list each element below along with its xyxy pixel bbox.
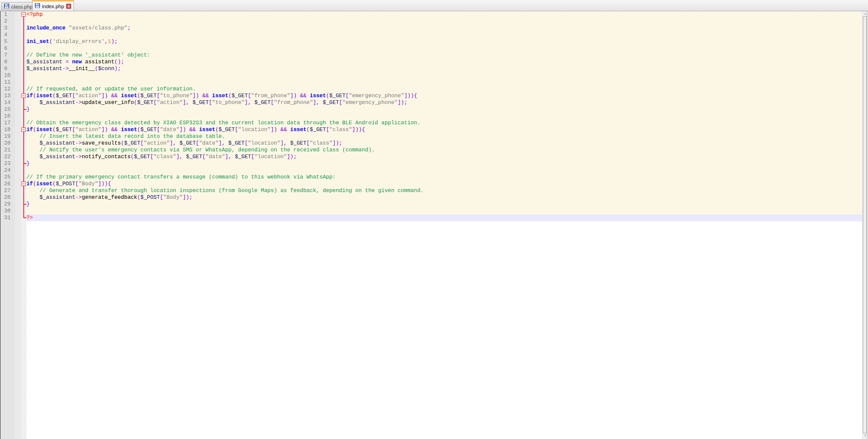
code-line[interactable]: // Obtain the emergency class detected b…: [26, 120, 862, 126]
fold-collapse-icon[interactable]: [21, 12, 26, 17]
code-line[interactable]: if(isset($_GET["action"]) && isset($_GET…: [26, 126, 862, 133]
code-line[interactable]: <?php: [26, 11, 862, 18]
code-line[interactable]: [26, 208, 862, 214]
line-number: 30: [1, 208, 15, 214]
code-line[interactable]: [26, 72, 862, 79]
fold-marker-mid: [21, 38, 26, 45]
fold-marker-mid: [21, 208, 26, 214]
saved-file-icon: [35, 3, 40, 9]
tab-label: index.php: [42, 3, 64, 9]
fold-marker-endmid: [21, 106, 26, 113]
code-line[interactable]: // Notify the user's emergency contacts …: [26, 147, 862, 153]
code-line[interactable]: [26, 79, 862, 86]
fold-marker-mid: [21, 133, 26, 140]
fold-collapse-icon[interactable]: [21, 93, 26, 98]
line-number-margin: 1234567891011121314151617181920212223242…: [1, 11, 15, 439]
fold-marker-mid: [21, 194, 26, 201]
line-number: 24: [1, 167, 15, 174]
code-line[interactable]: [26, 32, 862, 38]
line-number: 20: [1, 140, 15, 147]
vertical-scrollbar[interactable]: ▲ ▼: [862, 11, 868, 439]
line-number: 29: [1, 201, 15, 208]
code-line-current[interactable]: ?>: [26, 214, 862, 221]
fold-margin[interactable]: [21, 11, 26, 439]
line-number: 16: [1, 113, 15, 120]
code-line[interactable]: $_assistant = new assistant();: [26, 59, 862, 65]
code-line[interactable]: }: [26, 106, 862, 113]
code-line[interactable]: // If the primary emergency contact tran…: [26, 174, 862, 181]
fold-marker-mid: [21, 25, 26, 32]
fold-marker-open[interactable]: [21, 181, 26, 187]
code-line[interactable]: // Insert the latest data record into th…: [26, 133, 862, 140]
code-line[interactable]: // Define the new '_assistant' object:: [26, 52, 862, 59]
code-line[interactable]: $_assistant->__init__($conn);: [26, 65, 862, 72]
fold-collapse-icon[interactable]: [21, 127, 26, 132]
line-number: 12: [1, 86, 15, 92]
code-line[interactable]: $_assistant->notify_contacts($_GET["clas…: [26, 153, 862, 160]
code-line[interactable]: }: [26, 160, 862, 167]
code-line[interactable]: $_assistant->generate_feedback($_POST["B…: [26, 194, 862, 201]
code-line[interactable]: if(isset($_POST["Body"])){: [26, 181, 862, 187]
scroll-up-icon[interactable]: ▲: [863, 11, 868, 16]
fold-marker-mid: [21, 32, 26, 38]
fold-marker-mid: [21, 86, 26, 92]
code-line[interactable]: ini_set('display_errors',1);: [26, 38, 862, 45]
line-number: 1: [1, 11, 15, 18]
code-line[interactable]: }: [26, 201, 862, 208]
line-number: 14: [1, 99, 15, 106]
line-number: 5: [1, 38, 15, 45]
code-line[interactable]: // Generate and transfer thorough locati…: [26, 187, 862, 194]
line-number: 21: [1, 147, 15, 153]
tab-label: class.php: [11, 4, 33, 9]
fold-collapse-icon[interactable]: [21, 182, 26, 186]
close-tab-icon[interactable]: ×: [66, 4, 71, 9]
code-line[interactable]: [26, 45, 862, 52]
line-number: 18: [1, 126, 15, 133]
line-number: 19: [1, 133, 15, 140]
code-line[interactable]: $_assistant->save_results($_GET["action"…: [26, 140, 862, 147]
fold-marker-mid: [21, 140, 26, 147]
tab-index-php[interactable]: index.php ×: [32, 0, 74, 11]
fold-marker-mid: [21, 59, 26, 65]
fold-marker-mid: [21, 153, 26, 160]
line-number: 26: [1, 181, 15, 187]
notepad-editor-window: class.php × index.php × 1234567891011121…: [0, 0, 868, 439]
fold-marker-mid: [21, 52, 26, 59]
fold-marker-mid: [21, 113, 26, 120]
fold-marker-open[interactable]: [21, 126, 26, 133]
code-line[interactable]: [26, 18, 862, 25]
line-number: 28: [1, 194, 15, 201]
line-number: 17: [1, 120, 15, 126]
code-line[interactable]: if(isset($_GET["action"]) && isset($_GET…: [26, 92, 862, 99]
code-line[interactable]: // If requested, add or update the user …: [26, 86, 862, 92]
fold-marker-open[interactable]: [21, 92, 26, 99]
line-number: 10: [1, 72, 15, 79]
code-line[interactable]: $_assistant->update_user_info($_GET["act…: [26, 99, 862, 106]
fold-marker-mid: [21, 120, 26, 126]
fold-marker-mid: [21, 99, 26, 106]
tab-bar: class.php × index.php ×: [0, 0, 868, 11]
code-line[interactable]: [26, 167, 862, 174]
line-number: 7: [1, 52, 15, 59]
line-number: 2: [1, 18, 15, 25]
line-number: 23: [1, 160, 15, 167]
code-line[interactable]: include_once "assets/class.php";: [26, 25, 862, 32]
fold-marker-mid: [21, 187, 26, 194]
code-area[interactable]: <?phpinclude_once "assets/class.php";ini…: [26, 11, 862, 439]
line-number: 8: [1, 59, 15, 65]
line-number: 25: [1, 174, 15, 181]
line-number: 9: [1, 65, 15, 72]
line-number: 13: [1, 92, 15, 99]
scrollbar-thumb[interactable]: [863, 16, 867, 433]
code-line[interactable]: [26, 113, 862, 120]
code-editor[interactable]: 1234567891011121314151617181920212223242…: [0, 11, 868, 439]
line-number: 27: [1, 187, 15, 194]
fold-marker-mid: [21, 167, 26, 174]
bookmark-margin: [15, 11, 21, 439]
line-number: 15: [1, 106, 15, 113]
fold-marker-mid: [21, 174, 26, 181]
scroll-down-icon[interactable]: ▼: [863, 433, 868, 438]
line-number: 3: [1, 25, 15, 32]
fold-marker-open[interactable]: [21, 11, 26, 18]
line-number: 31: [1, 214, 15, 221]
